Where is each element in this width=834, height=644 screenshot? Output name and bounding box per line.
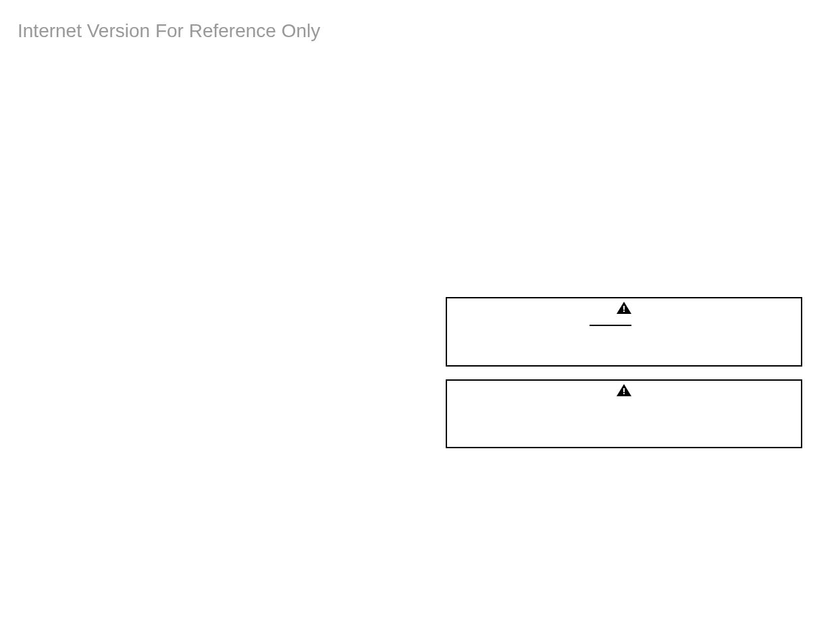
warning-box-2 (446, 379, 802, 448)
svg-rect-3 (623, 393, 625, 394)
svg-rect-0 (623, 306, 625, 310)
svg-rect-1 (623, 311, 625, 312)
warning-triangle-icon (617, 302, 631, 314)
warning-box-1 (446, 297, 802, 367)
underline-decoration (590, 325, 631, 326)
watermark-text: Internet Version For Reference Only (18, 20, 320, 42)
svg-rect-2 (623, 388, 625, 392)
warning-triangle-icon (617, 384, 631, 396)
